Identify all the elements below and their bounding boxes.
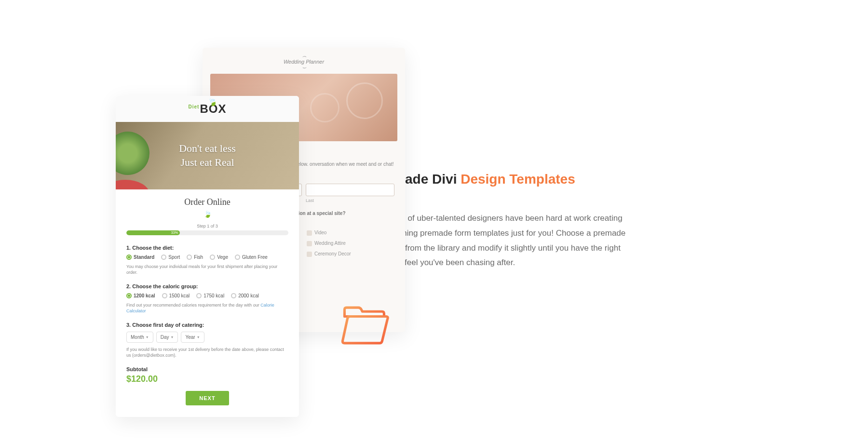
groom-last-input[interactable] [306,184,394,196]
section-heading: Premade Divi Design Templates [371,172,632,187]
q2-hint: Find out your recommended calories requi… [126,302,288,314]
diet-hero: Don't eat less Just eat Real [116,122,299,189]
q3-label: 3. Choose first day of catering: [126,322,288,328]
diet-hero-line1: Don't eat less [179,142,236,156]
diet-vege[interactable]: Vege [210,254,228,260]
q1-hint: You may choose your individual meals for… [126,264,288,276]
chevron-down-icon: ▼ [146,335,149,339]
progress-fill: 33% [126,230,180,235]
diet-fish[interactable]: Fish [187,254,203,260]
cal-1200[interactable]: 1200 kcal [126,293,155,298]
q3-hint: If you would like to receive your 1st de… [126,347,288,359]
q1-label: 1. Choose the diet: [126,245,288,251]
diet-standard[interactable]: Standard [126,254,154,260]
last-sublabel: Last [306,198,394,203]
next-button[interactable]: NEXT [186,391,229,405]
chevron-down-icon: ▼ [171,335,174,339]
check-ceremony-decor[interactable]: Ceremony Decor [307,251,394,257]
order-online-title: Order Online [126,197,288,207]
step-indicator: Step 1 of 3 [126,224,288,228]
subtotal-label: Subtotal [126,366,288,372]
diet-template-card: 🍃 DietBOX Don't eat less Just eat Real O… [116,96,299,417]
text-column: Premade Divi Design Templates Our team o… [371,172,670,270]
subtotal-price: $120.00 [126,374,288,384]
diet-sport[interactable]: Sport [161,254,180,260]
year-select[interactable]: Year▼ [181,332,204,343]
day-select[interactable]: Day▼ [156,332,178,343]
folder-icon [340,306,391,345]
section-body: Our team of uber-talented designers have… [371,211,632,270]
cal-1750[interactable]: 1750 kcal [196,293,224,298]
templates-preview: ⌢ Wedding Planner ⌣ g Planner ❦ Question… [39,38,338,404]
diet-hero-line2: Just eat Real [179,156,236,170]
chevron-down-icon: ▼ [197,335,200,339]
progress-bar: 33% [126,230,288,235]
diet-glutenfree[interactable]: Gluten Free [235,254,268,260]
cal-1500[interactable]: 1500 kcal [162,293,190,298]
cal-2000[interactable]: 2000 kcal [231,293,259,298]
check-video[interactable]: Video [307,230,394,236]
q2-label: 2. Choose the caloric group: [126,283,288,289]
month-select[interactable]: Month▼ [126,332,153,343]
diet-logo: 🍃 DietBOX [189,102,227,116]
check-wedding-attire[interactable]: Wedding Attire [307,241,394,246]
leaf-decoration-icon: 🍃 [126,210,288,218]
wedding-logo: ⌢ Wedding Planner ⌣ [203,48,405,74]
